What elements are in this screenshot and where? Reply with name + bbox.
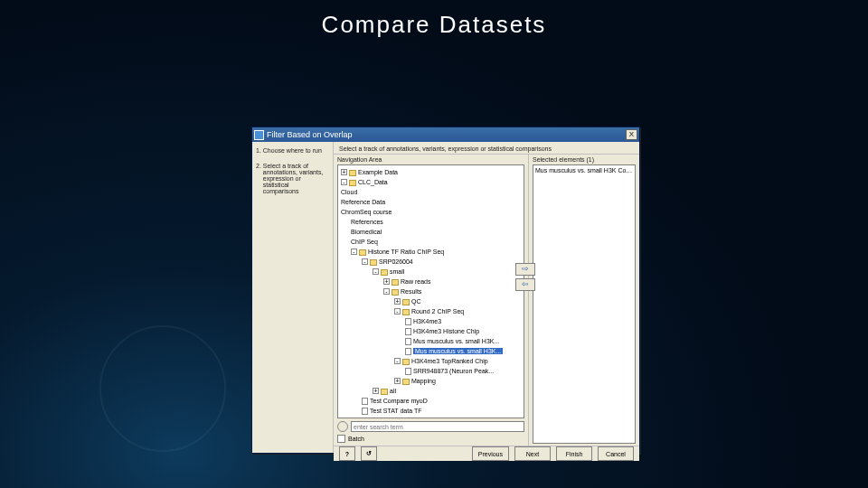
folder-icon [402,309,410,315]
expand-icon[interactable]: + [394,378,401,384]
main-column: Select a track of annotations, variants,… [334,142,639,453]
folder-icon [402,359,410,365]
tree-item[interactable]: Raw reads [401,278,430,285]
batch-label: Batch [348,436,364,442]
step1-number: 1. [256,147,261,154]
step1-text: Choose where to run [263,147,326,154]
tree-item[interactable]: H3K4me3 [413,318,441,324]
title-bar: Filter Based on Overlap X [252,127,639,142]
expand-icon[interactable]: + [394,298,401,305]
selected-label: Selected elements (1) [533,156,636,163]
previous-button[interactable]: Previous [472,446,509,461]
add-button[interactable]: ⇨ [515,263,535,276]
finish-button[interactable]: Finish [556,446,592,461]
selected-panel: ⇨ ⇦ Selected elements (1) Mus musculus v… [529,155,639,446]
navigation-panel: Navigation Area +Example Data -CLC_Data … [334,155,529,446]
tree-item[interactable]: H3K4me3 TopRanked Chip [411,358,488,364]
file-icon [405,348,411,355]
file-icon [405,318,411,325]
tree-item[interactable]: SRR948873 (Neuron Peak... [413,368,494,374]
tree-item[interactable]: small [390,268,404,275]
slide-title: Compare Datasets [0,0,868,39]
tree-item[interactable]: Reference Data [341,199,385,205]
folder-icon [359,249,366,256]
step2-text: Select a track of annotations, variants,… [263,163,326,194]
expand-icon[interactable]: - [341,179,347,185]
folder-icon [402,379,410,385]
expand-icon[interactable]: - [394,358,401,364]
tree-item-selected[interactable]: Mus musculus vs. small H3K... [413,348,503,354]
remove-button[interactable]: ⇦ [515,278,535,291]
file-icon [405,338,411,345]
folder-icon [402,299,410,305]
background-swirl [99,325,226,452]
expand-icon[interactable]: + [341,169,347,175]
expand-icon[interactable]: - [394,308,401,314]
tree-item[interactable]: Results [401,288,421,295]
tree-item[interactable]: References [351,219,383,225]
tree-item[interactable]: Mus musculus vs. small H3K... [413,338,499,344]
file-icon [362,408,368,415]
expand-icon[interactable]: + [373,388,379,394]
tree-item[interactable]: SRP026004 [379,258,413,265]
folder-icon [349,180,356,186]
reset-button[interactable]: ↺ [361,446,377,461]
folder-icon [349,170,356,176]
tree-item[interactable]: Mapping [411,378,436,384]
tree-item[interactable]: Example Data [358,169,398,175]
window-title: Filter Based on Overlap [267,130,353,139]
expand-icon[interactable]: - [362,258,368,265]
navigation-tree[interactable]: +Example Data -CLC_Data Cloud Reference … [337,164,524,418]
cancel-button[interactable]: Cancel [598,446,634,461]
file-icon [405,328,411,335]
next-button[interactable]: Next [514,446,551,461]
batch-checkbox[interactable] [337,435,345,443]
tree-item[interactable]: Cloud [341,189,357,195]
button-bar: ? ↺ Previous Next Finish Cancel [334,446,639,461]
app-icon [254,130,264,140]
tree-item[interactable]: Test Compare myoD [370,398,428,404]
nav-label: Navigation Area [337,156,524,163]
file-icon [405,368,411,375]
tree-item[interactable]: ChromSeq course [341,209,392,215]
tree-item[interactable]: H3K4me3 Histone Chip [413,328,479,334]
selected-item[interactable]: Mus musculus vs. small H3K Con... [535,167,633,174]
instruction-text: Select a track of annotations, variants,… [334,142,639,155]
file-icon [362,398,368,405]
tree-item[interactable]: Histone TF Ratio ChIP Seq [368,249,444,255]
tree-item[interactable]: QC [411,298,421,305]
tree-item[interactable]: Test STAT data TF [370,408,421,414]
tree-item[interactable]: ChIP Seq [351,239,378,245]
selected-list[interactable]: Mus musculus vs. small H3K Con... [533,164,636,444]
search-input[interactable] [351,421,524,432]
wizard-window: Filter Based on Overlap X 1. Choose wher… [251,127,640,454]
folder-icon [381,269,388,276]
expand-icon[interactable]: + [383,278,390,285]
folder-icon [381,389,388,395]
folder-icon [392,289,399,296]
search-icon [337,421,348,432]
tree-item[interactable]: Biomedical [351,229,382,235]
wizard-steps: 1. Choose where to run 2. Select a track… [252,142,334,453]
expand-icon[interactable]: - [383,288,390,295]
folder-icon [370,259,377,266]
step2-number: 2. [256,163,261,169]
tree-item[interactable]: all [390,388,396,394]
tree-item[interactable]: CLC_Data [358,179,388,185]
tree-item[interactable]: Round 2 ChIP Seq [411,308,464,314]
close-button[interactable]: X [626,129,637,140]
expand-icon[interactable]: - [373,268,379,275]
folder-icon [392,279,399,286]
help-button[interactable]: ? [339,446,355,461]
expand-icon[interactable]: - [351,249,357,255]
